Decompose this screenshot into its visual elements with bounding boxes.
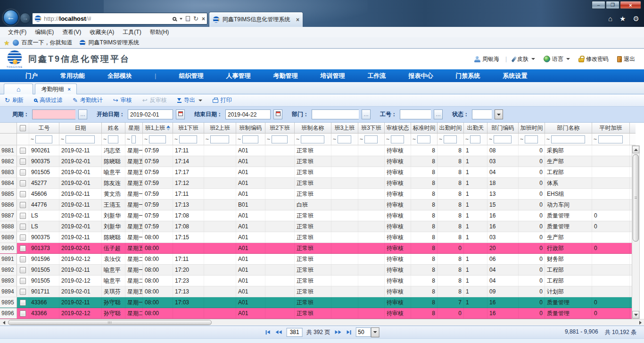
nav-item-8[interactable]: 报表中心 bbox=[397, 72, 444, 80]
column-filter-input-5[interactable] bbox=[179, 135, 197, 143]
row-checkbox[interactable] bbox=[20, 300, 26, 306]
nav-item-6[interactable]: 培训管理 bbox=[309, 72, 356, 80]
browser-menu-item[interactable]: 文件(F) bbox=[4, 28, 31, 36]
row-checkbox[interactable] bbox=[20, 289, 26, 295]
add-favorite-icon[interactable]: ★ bbox=[4, 39, 10, 47]
vertical-scroll-thumb[interactable] bbox=[633, 154, 639, 242]
column-header-12[interactable]: 审核状态 bbox=[385, 123, 411, 133]
row-checkbox[interactable] bbox=[20, 245, 26, 251]
employee-no-input[interactable] bbox=[400, 109, 431, 119]
column-filter-input-11[interactable] bbox=[364, 135, 378, 143]
table-row[interactable]: 98949017112019-02-01吴琪芬星期五08:0017:13A01正… bbox=[0, 286, 636, 297]
page-number-input[interactable] bbox=[287, 328, 303, 337]
tab-attendance-detail[interactable]: 考勤明细 × bbox=[35, 84, 76, 94]
compatibility-view-icon[interactable] bbox=[186, 16, 190, 21]
row-checkbox[interactable] bbox=[20, 213, 26, 219]
table-row[interactable]: 9896433662019-02-12孙守聪星期二08:00A01正常班待审核8… bbox=[0, 308, 636, 319]
row-checkbox[interactable] bbox=[20, 256, 26, 262]
nav-item-9[interactable]: 门禁系统 bbox=[444, 72, 491, 80]
table-row[interactable]: 9885456062019-02-11黄文浩星期一07:5917:11A01正常… bbox=[0, 189, 636, 200]
table-row[interactable]: 98939015052019-02-12喻意平星期二08:0017:23A01正… bbox=[0, 276, 636, 286]
column-filter-input-3[interactable] bbox=[132, 135, 136, 143]
start-date-calendar-button[interactable] bbox=[176, 109, 185, 119]
browser-menu-item[interactable]: 编辑(E) bbox=[31, 28, 58, 36]
toolbar-button-6[interactable]: 打印 bbox=[213, 96, 232, 104]
column-filter-input-1[interactable] bbox=[66, 135, 95, 143]
nav-item-3[interactable]: 组织管理 bbox=[167, 72, 215, 80]
window-titlebar[interactable]: – ❐ × bbox=[0, 0, 644, 10]
toolbar-button-0[interactable]: ↻刷新 bbox=[5, 96, 24, 104]
language-menu[interactable]: 语言 bbox=[541, 55, 572, 63]
current-user[interactable]: 周银海 bbox=[472, 55, 502, 63]
last-page-button[interactable] bbox=[346, 330, 352, 335]
department-input[interactable] bbox=[312, 109, 359, 119]
refresh-icon[interactable]: ↻ bbox=[193, 15, 198, 22]
browser-menu-item[interactable]: 帮助(H) bbox=[146, 28, 173, 36]
status-select[interactable] bbox=[472, 109, 492, 119]
row-checkbox[interactable] bbox=[20, 267, 26, 273]
scroll-down-button[interactable] bbox=[632, 311, 639, 318]
url-text[interactable]: http://localhost/# bbox=[44, 15, 173, 22]
end-date-calendar-button[interactable] bbox=[273, 109, 282, 119]
tab-home[interactable]: ⌂ bbox=[4, 84, 33, 94]
browser-menu-item[interactable]: 收藏夹(A) bbox=[85, 28, 118, 36]
browser-menu-item[interactable]: 工具(T) bbox=[118, 28, 145, 36]
period-input[interactable] bbox=[32, 109, 75, 119]
column-filter-input-15[interactable] bbox=[470, 135, 480, 143]
table-row[interactable]: 9884452772019-02-01陈友连星期五07:5917:12A01正常… bbox=[0, 178, 636, 189]
scroll-right-button[interactable] bbox=[636, 319, 644, 326]
column-header-10[interactable]: 班3上班 bbox=[331, 123, 358, 133]
end-date-input[interactable] bbox=[225, 109, 271, 119]
table-row[interactable]: 98909013732019-02-01伍子超星期五08:00A01正常班待审核… bbox=[0, 243, 636, 254]
select-all-checkbox[interactable] bbox=[20, 125, 26, 131]
nav-item-5[interactable]: 考勤管理 bbox=[262, 72, 309, 80]
column-filter-input-7[interactable] bbox=[242, 135, 258, 143]
window-close-button[interactable]: × bbox=[620, 1, 641, 9]
row-checkbox[interactable] bbox=[20, 159, 26, 165]
column-filter-input-4[interactable] bbox=[149, 135, 166, 143]
column-filter-input-8[interactable] bbox=[272, 135, 288, 143]
browser-forward-button[interactable]: → bbox=[20, 13, 31, 24]
row-checkbox[interactable] bbox=[20, 148, 26, 154]
column-filter-input-9[interactable] bbox=[301, 135, 324, 143]
first-page-button[interactable] bbox=[265, 330, 271, 335]
horizontal-scroll-thumb[interactable] bbox=[8, 320, 212, 325]
logout-button[interactable]: 退出 bbox=[615, 55, 637, 63]
table-row[interactable]: 98929015052019-02-11喻意平星期一08:0017:20A01正… bbox=[0, 265, 636, 276]
column-filter-input-12[interactable] bbox=[391, 135, 404, 143]
column-header-13[interactable]: 标准时间 bbox=[411, 123, 438, 133]
row-checkbox[interactable] bbox=[20, 169, 26, 176]
table-row[interactable]: 98919015962019-02-12袁汝仪星期二08:0017:11A01正… bbox=[0, 254, 636, 265]
column-header-11[interactable]: 班3下班 bbox=[358, 123, 385, 133]
toolbar-button-3[interactable]: ↪审核 bbox=[113, 96, 132, 104]
period-picker-button[interactable]: … bbox=[78, 109, 87, 119]
home-icon[interactable]: ⌂ bbox=[608, 15, 612, 23]
column-filter-input-18[interactable] bbox=[551, 135, 585, 143]
employee-no-picker-button[interactable]: … bbox=[434, 109, 443, 119]
favorite-item-t9ims[interactable]: 同鑫T9IMS管理系统 bbox=[89, 39, 139, 47]
department-picker-button[interactable]: … bbox=[362, 109, 371, 119]
settings-gear-icon[interactable]: ⚙ bbox=[633, 15, 639, 23]
change-password-button[interactable]: 修改密码 bbox=[576, 55, 611, 63]
status-select-arrow[interactable] bbox=[495, 109, 503, 119]
toolbar-button-2[interactable]: ✎考勤统计 bbox=[73, 96, 103, 104]
column-filter-input-2[interactable] bbox=[108, 135, 118, 143]
page-tab-close-icon[interactable]: × bbox=[67, 86, 70, 92]
column-filter-input-19[interactable] bbox=[598, 135, 623, 143]
tab-close-icon[interactable]: × bbox=[296, 17, 299, 23]
column-header-15[interactable]: 出勤天 bbox=[464, 123, 487, 133]
nav-item-2[interactable]: 全部模块 bbox=[96, 72, 143, 80]
column-filter-input-16[interactable] bbox=[494, 135, 512, 143]
column-header-18[interactable]: 部门名称 bbox=[545, 123, 592, 133]
row-checkbox[interactable] bbox=[20, 278, 26, 284]
row-checkbox[interactable] bbox=[20, 234, 26, 241]
next-page-button[interactable] bbox=[334, 330, 342, 334]
table-row[interactable]: 9886447762019-02-11王清玉星期一07:5917:13B01白班… bbox=[0, 200, 636, 210]
column-header-7[interactable]: 班制编码 bbox=[236, 123, 265, 133]
column-header-17[interactable]: 加班时间 bbox=[519, 123, 545, 133]
table-row[interactable]: 98829003752019-02-01陈晓聪星期五07:5917:14A01正… bbox=[0, 156, 636, 167]
toolbar-button-5[interactable]: 导出 bbox=[177, 96, 202, 104]
start-date-input[interactable] bbox=[128, 109, 173, 119]
column-header-3[interactable]: 星期 bbox=[125, 123, 143, 133]
table-row[interactable]: 98839015052019-02-01喻意平星期五07:5917:17A01正… bbox=[0, 167, 636, 178]
